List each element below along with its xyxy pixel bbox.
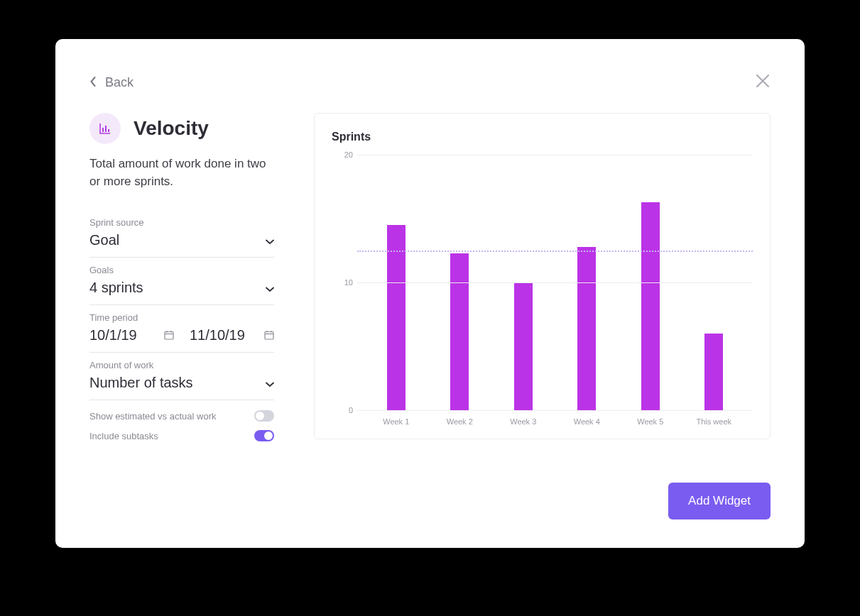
chart-bar [577, 247, 596, 410]
chevron-down-icon [266, 232, 274, 248]
field-goals: Goals 4 sprints [89, 258, 274, 305]
sprint-source-value: Goal [89, 232, 119, 248]
config-panel: Velocity Total amount of work done in tw… [89, 113, 274, 519]
goals-label: Goals [89, 265, 274, 275]
widget-heading: Velocity [89, 113, 274, 144]
toggle-subtasks-label: Include subtasks [89, 431, 158, 441]
toggle-estimated-label: Show estimated vs actual work [89, 411, 216, 422]
toggle-estimated[interactable] [254, 410, 274, 422]
toggle-estimated-row: Show estimated vs actual work [89, 400, 274, 422]
sprint-source-select[interactable]: Goal [89, 232, 274, 248]
x-tick-label: Week 2 [428, 417, 492, 426]
add-widget-button[interactable]: Add Widget [668, 483, 771, 519]
modal-content: Velocity Total amount of work done in tw… [89, 113, 771, 519]
x-tick-label: Week 3 [491, 417, 555, 426]
chart-title: Sprints [332, 131, 753, 143]
date-start-value: 10/1/19 [89, 327, 137, 343]
chart-bar [704, 334, 723, 410]
x-tick-label: This week [682, 417, 746, 426]
grid-line [357, 155, 753, 155]
date-start-input[interactable]: 10/1/19 [89, 327, 174, 343]
chart-y-axis: 01020 [332, 155, 357, 410]
amount-select[interactable]: Number of tasks [89, 375, 274, 391]
y-tick-label: 0 [349, 406, 353, 414]
amount-label: Amount of work [89, 360, 274, 370]
chart-plot [357, 155, 753, 410]
y-tick-label: 20 [344, 150, 353, 159]
sprint-source-label: Sprint source [89, 217, 274, 228]
time-period-label: Time period [89, 312, 274, 323]
widget-description: Total amount of work done in two or more… [89, 155, 274, 190]
calendar-icon [164, 327, 174, 343]
chart-bar [514, 282, 533, 410]
chart-bar [641, 202, 660, 410]
chart-bar [387, 225, 405, 410]
average-line [357, 251, 753, 252]
chart-x-axis: Week 1Week 2Week 3Week 4Week 5This week [332, 410, 753, 426]
svg-rect-1 [105, 126, 107, 132]
toggle-subtasks-row: Include subtasks [89, 422, 274, 441]
goals-select[interactable]: 4 sprints [89, 280, 274, 296]
x-tick-label: Week 4 [555, 417, 619, 426]
x-tick-label: Week 1 [364, 417, 428, 426]
grid-line [357, 410, 753, 411]
grid-line [357, 282, 753, 283]
field-time-period: Time period 10/1/19 11/10/19 [89, 305, 274, 353]
field-sprint-source: Sprint source Goal [89, 210, 274, 258]
close-button[interactable] [755, 73, 771, 92]
modal-topbar: Back [89, 73, 771, 92]
modal-footer: Add Widget [314, 463, 771, 519]
velocity-icon [89, 113, 121, 144]
chevron-down-icon [266, 375, 274, 391]
chevron-left-icon [89, 75, 97, 90]
back-label: Back [105, 75, 134, 90]
toggle-subtasks[interactable] [254, 430, 274, 441]
field-amount: Amount of work Number of tasks [89, 353, 274, 400]
back-button[interactable]: Back [89, 75, 134, 90]
y-tick-label: 10 [344, 278, 353, 287]
svg-rect-0 [102, 128, 104, 132]
date-end-value: 11/10/19 [190, 327, 245, 343]
preview-panel: Sprints 01020 Week 1Week 2Week 3Week 4We… [314, 113, 771, 519]
close-icon [755, 79, 771, 91]
chart-bar [450, 253, 469, 410]
widget-title: Velocity [134, 117, 209, 140]
x-tick-label: Week 5 [619, 417, 682, 426]
date-end-input[interactable]: 11/10/19 [190, 327, 274, 343]
svg-rect-4 [265, 332, 273, 340]
goals-value: 4 sprints [89, 280, 143, 296]
widget-config-modal: Back Velocity Total amount of work done … [55, 39, 805, 548]
svg-rect-3 [165, 332, 173, 340]
amount-value: Number of tasks [89, 375, 193, 391]
calendar-icon [264, 327, 274, 343]
chart-body: 01020 [332, 155, 753, 410]
svg-rect-2 [108, 129, 109, 132]
chart-card: Sprints 01020 Week 1Week 2Week 3Week 4We… [314, 113, 771, 439]
chevron-down-icon [266, 280, 274, 296]
